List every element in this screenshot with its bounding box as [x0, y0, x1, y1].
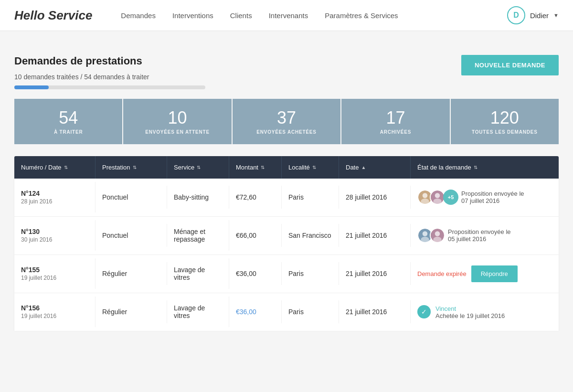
sort-icon-numero[interactable]: ⇅: [64, 165, 68, 170]
td-etat-155: Demande expirée Répondre: [411, 258, 559, 290]
prestation-value-156: Régulier: [102, 308, 127, 316]
td-date-130: 21 juillet 2016: [339, 224, 411, 247]
td-numero-130: N°130 30 juin 2016: [14, 220, 96, 251]
th-etat[interactable]: État de la demande ⇅: [411, 156, 559, 179]
avatar-2-130: [430, 228, 445, 243]
stat-card-envoyees-achetees[interactable]: 37 ENVOYÉES ACHETÉES: [233, 99, 341, 144]
th-date[interactable]: Date ▲: [339, 156, 411, 179]
th-montant-label: Montant: [236, 164, 258, 171]
td-localite-156: Paris: [282, 300, 339, 323]
new-demand-button[interactable]: NOUVELLE DEMANDE: [461, 55, 559, 75]
sort-icon-prestation[interactable]: ⇅: [133, 165, 137, 170]
date-value-124: 28 juillet 2016: [346, 193, 387, 201]
table-row: N°130 30 juin 2016 Ponctuel Ménage et re…: [14, 217, 559, 255]
th-montant[interactable]: Montant ⇅: [229, 156, 282, 179]
td-numero-124: N°124 28 juin 2016: [14, 182, 96, 212]
td-montant-124: €72,60: [229, 186, 282, 209]
stat-label-toutes: TOUTES LES DEMANDES: [456, 129, 554, 135]
service-value-130: Ménage et repassage: [174, 228, 205, 243]
td-date-156: 21 juillet 2016: [339, 300, 411, 323]
td-localite-130: San Francisco: [282, 224, 339, 247]
sort-icon-localite[interactable]: ⇅: [312, 165, 316, 170]
status-expired-155: Demande expirée: [417, 270, 467, 277]
svg-point-8: [421, 237, 429, 243]
td-prestation-156: Régulier: [96, 300, 167, 323]
td-service-124: Baby-sitting: [167, 186, 229, 209]
table-header: Numéro / Date ⇅ Prestation ⇅ Service ⇅ M…: [14, 156, 559, 179]
row-number-155[interactable]: N°155: [21, 266, 88, 274]
new-demand-area: NOUVELLE DEMANDE: [461, 55, 559, 75]
table-row: N°124 28 juin 2016 Ponctuel Baby-sitting…: [14, 179, 559, 217]
row-date-155: 19 juillet 2016: [21, 275, 88, 281]
avatars-124: +5: [417, 190, 458, 205]
td-numero-156: N°156 19 juillet 2016: [14, 297, 96, 327]
prestation-value-155: Régulier: [102, 270, 127, 277]
nav-interventions[interactable]: Interventions: [172, 9, 213, 22]
svg-point-5: [433, 199, 442, 204]
stat-cards: 54 À TRAITER 10 ENVOYÉES EN ATTENTE 37 E…: [14, 99, 559, 144]
th-numero-date-label: Numéro / Date: [21, 164, 62, 171]
service-value-124: Baby-sitting: [174, 193, 209, 201]
prestation-value-130: Ponctuel: [102, 232, 128, 239]
brand-service: Service: [48, 8, 93, 22]
nav-clients[interactable]: Clients: [230, 9, 252, 22]
sort-icon-etat[interactable]: ⇅: [474, 165, 478, 170]
svg-point-7: [423, 231, 428, 236]
stat-card-envoyees-attente[interactable]: 10 ENVOYÉES EN ATTENTE: [123, 99, 232, 144]
localite-value-155: Paris: [288, 270, 304, 277]
nav-user: D Didier ▼: [507, 6, 559, 24]
nav-intervenants[interactable]: Intervenants: [269, 9, 308, 22]
navbar: Hello Service Demandes Interventions Cli…: [0, 0, 573, 31]
service-value-156: Lavage de vitres: [174, 304, 205, 319]
th-numero-date[interactable]: Numéro / Date ⇅: [14, 156, 96, 179]
avatars-130: [417, 228, 445, 243]
row-number-156[interactable]: N°156: [21, 304, 88, 312]
svg-point-4: [435, 193, 440, 198]
nav-links: Demandes Interventions Clients Intervena…: [121, 9, 507, 22]
td-montant-130: €66,00: [229, 224, 282, 247]
row-date-130: 30 juin 2016: [21, 236, 88, 243]
stat-card-a-traiter[interactable]: 54 À TRAITER: [14, 99, 123, 144]
nav-parametres[interactable]: Paramètres & Services: [325, 9, 398, 22]
sort-icon-date[interactable]: ▲: [361, 165, 366, 170]
status-bought-text-156: Achetée le 19 juillet 2016: [435, 312, 505, 319]
th-prestation[interactable]: Prestation ⇅: [96, 156, 167, 179]
th-prestation-label: Prestation: [102, 164, 130, 171]
reply-button-155[interactable]: Répondre: [471, 265, 518, 282]
status-text-130: Proposition envoyée le05 juillet 2016: [448, 228, 511, 243]
stat-card-archivees[interactable]: 17 ARCHIVÉES: [341, 99, 450, 144]
table-row: N°155 19 juillet 2016 Régulier Lavage de…: [14, 255, 559, 293]
localite-value-130: San Francisco: [288, 232, 331, 239]
td-etat-156: ✓ Vincent Achetée le 19 juillet 2016: [411, 297, 559, 327]
sort-icon-montant[interactable]: ⇅: [261, 165, 265, 170]
th-localite[interactable]: Localité ⇅: [282, 156, 339, 179]
page-header-left: Demandes de prestations 10 demandes trai…: [14, 45, 442, 99]
user-chevron-icon[interactable]: ▼: [553, 12, 559, 18]
date-value-130: 21 juillet 2016: [346, 232, 387, 239]
td-localite-155: Paris: [282, 262, 339, 285]
td-etat-124: +5 Proposition envoyée le07 juillet 2016: [411, 182, 559, 212]
main-content: Demandes de prestations 10 demandes trai…: [0, 31, 573, 331]
status-text-124: Proposition envoyée le07 juillet 2016: [461, 190, 524, 204]
th-service[interactable]: Service ⇅: [167, 156, 229, 179]
stat-number-archivees: 17: [346, 108, 445, 127]
montant-value-124: €72,60: [236, 193, 256, 201]
td-montant-156: €36,00: [229, 300, 282, 323]
td-prestation-124: Ponctuel: [96, 186, 167, 209]
status-person-156[interactable]: Vincent: [435, 305, 456, 312]
stat-label-envoyees-achetees: ENVOYÉES ACHETÉES: [237, 129, 336, 135]
row-number-130[interactable]: N°130: [21, 228, 88, 235]
localite-value-156: Paris: [288, 308, 304, 316]
nav-demandes[interactable]: Demandes: [121, 9, 156, 22]
th-service-label: Service: [174, 164, 194, 171]
td-montant-155: €36,00: [229, 262, 282, 285]
stat-card-toutes[interactable]: 120 TOUTES LES DEMANDES: [451, 99, 559, 144]
brand: Hello Service: [14, 8, 92, 23]
svg-point-11: [433, 237, 442, 243]
row-number-124[interactable]: N°124: [21, 190, 88, 197]
sort-icon-service[interactable]: ⇅: [197, 165, 201, 170]
table-row: N°156 19 juillet 2016 Régulier Lavage de…: [14, 293, 559, 331]
requests-table: Numéro / Date ⇅ Prestation ⇅ Service ⇅ M…: [14, 156, 559, 331]
montant-link-156[interactable]: €36,00: [236, 308, 256, 316]
username: Didier: [530, 11, 549, 20]
